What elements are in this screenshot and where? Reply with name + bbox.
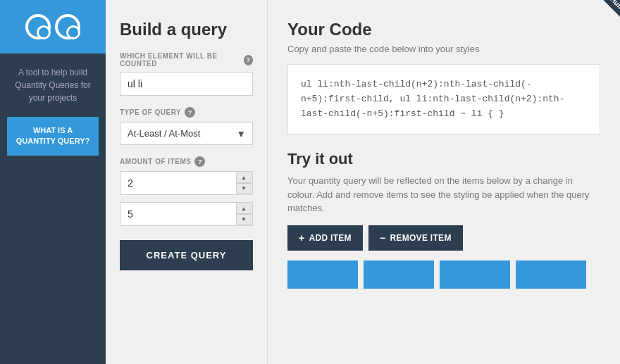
plus-icon: + (299, 232, 304, 244)
element-help-icon[interactable]: ? (244, 55, 253, 65)
spinner-2: ▲ ▼ (236, 203, 252, 225)
amount-input-2[interactable] (120, 202, 253, 226)
amount-help-icon[interactable]: ? (194, 156, 205, 167)
spinner-1-up[interactable]: ▲ (236, 172, 252, 183)
sidebar: A tool to help build Quantity Queries fo… (0, 0, 106, 364)
query-type-label: TYPE OF QUERY ? (120, 107, 253, 118)
amount-input-2-wrapper: ▲ ▼ (120, 202, 253, 226)
logo-circle-right (55, 14, 80, 39)
sidebar-description: A tool to help build Quantity Queries fo… (0, 54, 106, 117)
code-box[interactable]: ul li:nth-last-child(n+2):nth-last-child… (287, 64, 600, 134)
logo-area (0, 0, 106, 54)
remove-item-label: REMOVE ITEM (390, 233, 451, 243)
logo-circle-left (25, 14, 51, 39)
preview-item-2 (364, 261, 434, 289)
build-panel: Build a query WHICH ELEMENT WILL BE COUN… (106, 0, 268, 364)
preview-item-4 (516, 261, 586, 289)
spinner-2-up[interactable]: ▲ (236, 203, 252, 214)
query-type-wrapper: At-Least / At-Most At-Least At-Most Betw… (120, 122, 253, 145)
try-description: Your quantity query will be reflected on… (287, 174, 600, 215)
element-label: WHICH ELEMENT WILL BE COUNTED ? (120, 52, 253, 68)
amount-label: AMOUNT OF ITEMS ? (120, 156, 253, 167)
build-title: Build a query (120, 20, 253, 39)
amount-input-1[interactable] (120, 171, 253, 195)
what-is-quantity-query-button[interactable]: WHAT IS A QUANTITY QUERY? (7, 117, 99, 156)
code-description: Copy and paste the code below into your … (287, 44, 600, 54)
query-type-select[interactable]: At-Least / At-Most At-Least At-Most Betw… (120, 122, 253, 145)
add-item-button[interactable]: + ADD ITEM (287, 225, 363, 251)
main-content: Fork me on GitHub Build a query WHICH EL… (106, 0, 620, 364)
minus-icon: − (380, 232, 385, 244)
spinner-1-down[interactable]: ▼ (236, 183, 252, 194)
spinner-1: ▲ ▼ (236, 172, 252, 194)
element-input[interactable] (120, 72, 253, 96)
query-type-help-icon[interactable]: ? (185, 107, 195, 118)
spinner-2-down[interactable]: ▼ (236, 214, 252, 225)
preview-item-1 (287, 261, 358, 289)
code-title: Your Code (287, 20, 600, 39)
create-query-button[interactable]: CREATE QUERY (120, 240, 253, 270)
logo-icon (25, 14, 80, 39)
action-buttons: + ADD ITEM − REMOVE ITEM (287, 225, 600, 251)
remove-item-button[interactable]: − REMOVE ITEM (368, 225, 463, 251)
add-item-label: ADD ITEM (309, 233, 351, 243)
fork-ribbon[interactable]: Fork me on GitHub (557, 0, 620, 63)
preview-item-3 (440, 261, 510, 289)
amount-input-1-wrapper: ▲ ▼ (120, 171, 253, 195)
items-preview (287, 261, 600, 289)
try-title: Try it out (287, 150, 600, 168)
fork-ribbon-text[interactable]: Fork me on GitHub (564, 0, 620, 20)
